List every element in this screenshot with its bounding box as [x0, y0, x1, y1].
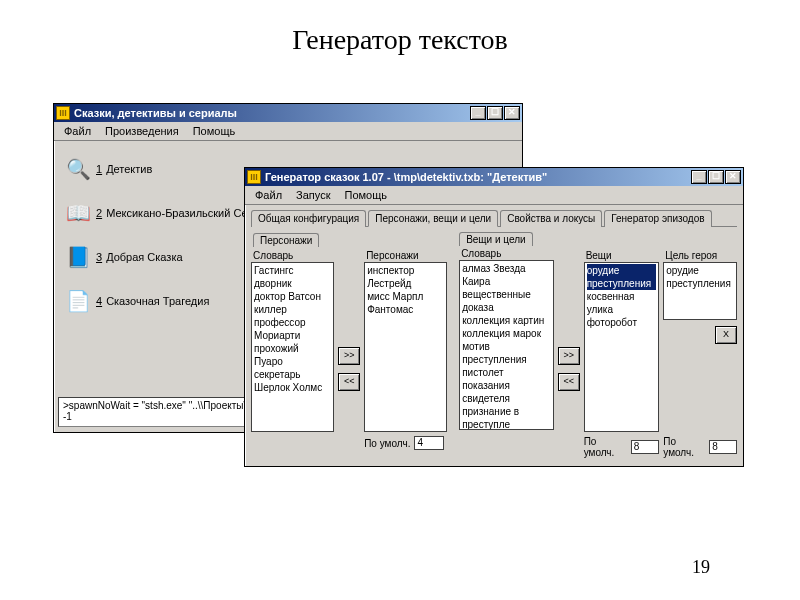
list-item[interactable]: орудие преступления [587, 264, 657, 290]
menu-run[interactable]: Запуск [290, 188, 336, 202]
label-goal: Цель героя [663, 249, 737, 262]
genre-label: Добрая Сказка [106, 251, 182, 263]
label-things: Вещи [584, 249, 660, 262]
magnifier-icon: 🔍 [64, 155, 92, 183]
list-goal[interactable]: орудие преступления [663, 262, 737, 320]
list-dict-persons[interactable]: Гастингсдворникдоктор Ватсонкиллерпрофес… [251, 262, 334, 432]
remove-goal-button[interactable]: X [715, 326, 737, 344]
list-item[interactable]: Пуаро [254, 355, 331, 368]
tab-bar: Общая конфигурация Персонажи, вещи и цел… [251, 209, 737, 227]
titlebar-back[interactable]: III Сказки, детективы и сериалы _ ☐ ✕ [54, 104, 522, 122]
close-button[interactable]: ✕ [725, 170, 741, 184]
label-dict-persons: Словарь [251, 249, 334, 262]
menu-file[interactable]: Файл [249, 188, 288, 202]
list-item[interactable]: фоторобот [587, 316, 657, 329]
titlebar-front[interactable]: III Генератор сказок 1.07 - \tmp\detekti… [245, 168, 743, 186]
list-item[interactable]: пистолет [462, 366, 551, 379]
window-title: Сказки, детективы и сериалы [74, 107, 237, 119]
menu-help[interactable]: Помощь [338, 188, 393, 202]
menubar-back: Файл Произведения Помощь [54, 122, 522, 141]
genre-label: Детектив [106, 163, 152, 175]
menu-works[interactable]: Произведения [99, 124, 185, 138]
default-goal-input[interactable]: 8 [709, 440, 737, 454]
move-left-persons[interactable]: << [338, 373, 360, 391]
list-item[interactable]: Шерлок Холмс [254, 381, 331, 394]
list-item[interactable]: признание в преступле [462, 405, 551, 430]
list-item[interactable]: мотив преступления [462, 340, 551, 366]
book-blue-icon: 📘 [64, 243, 92, 271]
genre-num: 3 [96, 251, 102, 263]
list-item[interactable]: доктор Ватсон [254, 290, 331, 303]
tab-general-config[interactable]: Общая конфигурация [251, 210, 366, 227]
list-dict-things[interactable]: алмаз Звезда Каиравещественные доказакол… [459, 260, 554, 430]
move-right-persons[interactable]: >> [338, 347, 360, 365]
minimize-button[interactable]: _ [691, 170, 707, 184]
list-item[interactable]: показания свидетеля [462, 379, 551, 405]
slide-title: Генератор текстов [0, 24, 800, 56]
list-item[interactable]: киллер [254, 303, 331, 316]
list-things[interactable]: орудие преступлениякосвенная уликафоторо… [584, 262, 660, 432]
label-persons: Персонажи [364, 249, 447, 262]
menu-help[interactable]: Помощь [187, 124, 242, 138]
default-label-things: По умолч. [584, 436, 627, 458]
menubar-front: Файл Запуск Помощь [245, 186, 743, 205]
page-number: 19 [692, 557, 710, 578]
default-persons-input[interactable]: 4 [414, 436, 444, 450]
menu-file[interactable]: Файл [58, 124, 97, 138]
tab-persons-things[interactable]: Персонажи, вещи и цели [368, 210, 498, 227]
default-things-input[interactable]: 8 [631, 440, 659, 454]
subtab-things-goals[interactable]: Вещи и цели [459, 232, 532, 246]
list-item[interactable]: коллекция марок [462, 327, 551, 340]
list-item[interactable]: секретарь [254, 368, 331, 381]
list-item[interactable]: Гастингс [254, 264, 331, 277]
list-item[interactable]: орудие преступления [666, 264, 734, 290]
default-label-goal: По умолч. [663, 436, 705, 458]
genre-num: 4 [96, 295, 102, 307]
maximize-button[interactable]: ☐ [708, 170, 724, 184]
move-left-things[interactable]: << [558, 373, 580, 391]
list-item[interactable]: инспектор Лестрейд [367, 264, 444, 290]
move-right-things[interactable]: >> [558, 347, 580, 365]
book-icon: 📖 [64, 199, 92, 227]
list-item[interactable]: Фантомас [367, 303, 444, 316]
list-item[interactable]: косвенная улика [587, 290, 657, 316]
genre-num: 1 [96, 163, 102, 175]
app-icon: III [56, 106, 70, 120]
close-button[interactable]: ✕ [504, 106, 520, 120]
subtab-persons[interactable]: Персонажи [253, 233, 319, 247]
app-icon: III [247, 170, 261, 184]
window-generator: III Генератор сказок 1.07 - \tmp\detekti… [244, 167, 744, 467]
list-persons[interactable]: инспектор Лестрейдмисс МарплФантомас [364, 262, 447, 432]
genre-label: Сказочная Трагедия [106, 295, 209, 307]
list-item[interactable]: вещественные доказа [462, 288, 551, 314]
minimize-button[interactable]: _ [470, 106, 486, 120]
list-item[interactable]: алмаз Звезда Каира [462, 262, 551, 288]
window-title: Генератор сказок 1.07 - \tmp\detektiv.tx… [265, 171, 547, 183]
list-item[interactable]: профессор Мориарти [254, 316, 331, 342]
list-item[interactable]: мисс Марпл [367, 290, 444, 303]
tab-properties[interactable]: Свойства и локусы [500, 210, 602, 227]
tab-episode-gen[interactable]: Генератор эпизодов [604, 210, 711, 227]
list-item[interactable]: дворник [254, 277, 331, 290]
list-item[interactable]: коллекция картин [462, 314, 551, 327]
label-dict-things: Словарь [459, 247, 554, 260]
list-item[interactable]: прохожий [254, 342, 331, 355]
default-label-persons: По умолч. [364, 438, 410, 449]
genre-num: 2 [96, 207, 102, 219]
maximize-button[interactable]: ☐ [487, 106, 503, 120]
page-icon: 📄 [64, 287, 92, 315]
